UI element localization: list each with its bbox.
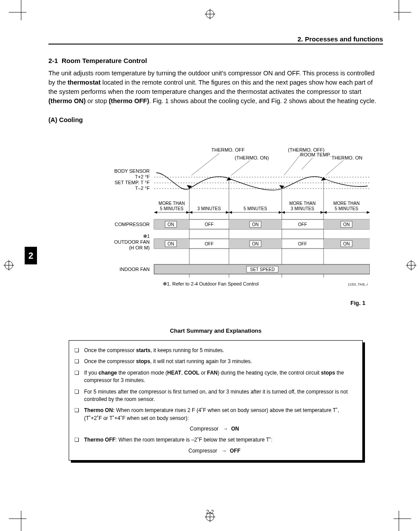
subsection-a-heading: (A) Cooling <box>48 116 383 123</box>
summary-text: For 5 minutes after the compressor is fi… <box>84 388 354 404</box>
bullet-icon: ❏ <box>74 347 84 354</box>
svg-line-23 <box>302 158 313 170</box>
svg-text:ON: ON <box>343 241 350 246</box>
svg-line-24 <box>326 160 343 175</box>
svg-line-20 <box>192 153 219 175</box>
svg-marker-39 <box>186 211 189 214</box>
svg-text:OFF: OFF <box>298 222 307 227</box>
svg-marker-40 <box>189 211 192 214</box>
svg-text:5 MINUTES: 5 MINUTES <box>335 206 358 211</box>
svg-text:5 MINUTES: 5 MINUTES <box>243 206 267 211</box>
bullet-icon: ❏ <box>74 358 84 365</box>
svg-text:MORE THAN: MORE THAN <box>158 201 185 206</box>
summary-item: ❏ Once the compressor stops, it will not… <box>74 358 354 365</box>
crop-mark-tr <box>394 0 411 26</box>
registration-mark-top <box>205 9 215 19</box>
svg-text:MORE THAN: MORE THAN <box>333 201 360 206</box>
summary-item: ❏ For 5 minutes after the compressor is … <box>74 388 354 404</box>
svg-marker-43 <box>279 211 282 214</box>
svg-text:OFF: OFF <box>205 241 214 246</box>
running-header: 2. Processes and functions <box>48 35 383 45</box>
compressor-off-line: Compressor → OFF <box>74 448 354 454</box>
crop-mark-bl <box>9 505 26 531</box>
svg-text:SET TEMP.  T °F: SET TEMP. T °F <box>114 180 150 185</box>
section-heading: 2-1 Room Temperature Control <box>48 57 383 64</box>
svg-marker-46 <box>324 211 327 214</box>
bullet-icon: ❏ <box>74 436 84 444</box>
svg-text:THERMO.  OFF: THERMO. OFF <box>211 147 245 152</box>
svg-text:3 MINUTES: 3 MINUTES <box>197 206 221 211</box>
summary-text: Thermo OFF: When the room temperature is… <box>84 436 354 444</box>
svg-text:✻1: ✻1 <box>143 234 150 239</box>
svg-text:ON: ON <box>168 222 174 227</box>
svg-text:5 MINUTES: 5 MINUTES <box>160 206 184 211</box>
svg-marker-41 <box>226 211 229 214</box>
summary-text: If you change the operation mode (HEAT, … <box>84 369 354 385</box>
summary-text: Thermo ON: When room temperature rises 2… <box>84 407 354 422</box>
svg-marker-47 <box>367 211 370 214</box>
summary-item: ❏ Thermo OFF: When the room temperature … <box>74 436 354 444</box>
summary-item: ❏ Thermo ON: When room temperature rises… <box>74 407 354 422</box>
figure-caption: Fig. 1 <box>79 300 370 306</box>
timing-diagram-svg: THERMO. OFF (THERMO. OFF) (THERMO. ON) R… <box>79 145 370 295</box>
svg-text:COMPRESSOR: COMPRESSOR <box>115 222 150 227</box>
bullet-icon: ❏ <box>74 407 84 422</box>
svg-text:SET SPEED: SET SPEED <box>250 267 275 272</box>
bullet-icon: ❏ <box>74 388 84 404</box>
summary-heading: Chart Summary and Explanations <box>48 327 383 334</box>
svg-text:1153_THS_I: 1153_THS_I <box>348 282 368 286</box>
summary-text: Once the compressor starts, it keeps run… <box>84 347 354 354</box>
crop-mark-br <box>394 505 411 531</box>
svg-text:OFF: OFF <box>205 222 214 227</box>
page-number: 2-2 <box>0 509 420 515</box>
bullet-icon: ❏ <box>74 369 84 385</box>
page-content: 2. Processes and functions 2-1 Room Temp… <box>48 35 383 460</box>
compressor-on-line: Compressor → ON <box>74 426 354 432</box>
registration-mark-right <box>406 260 416 271</box>
summary-text: Once the compressor stops, it will not s… <box>84 358 354 365</box>
svg-text:(H   OR   M): (H OR M) <box>129 245 150 250</box>
section-number: 2-1 <box>48 57 58 64</box>
svg-line-21 <box>231 160 250 175</box>
svg-text:ON: ON <box>343 222 350 227</box>
svg-text:ON: ON <box>168 241 174 246</box>
svg-marker-44 <box>282 211 285 214</box>
svg-text:OUTDOOR FAN: OUTDOOR FAN <box>114 239 150 245</box>
summary-item: ❏ If you change the operation mode (HEAT… <box>74 369 354 385</box>
svg-text:✻1.  Refer  to  2-4  Outdoor F: ✻1. Refer to 2-4 Outdoor Fan Speed Contr… <box>163 281 259 286</box>
registration-mark-left <box>4 260 14 271</box>
svg-marker-42 <box>229 211 232 214</box>
svg-text:ON: ON <box>252 222 259 227</box>
svg-marker-38 <box>154 211 157 214</box>
svg-text:THERMO.  ON: THERMO. ON <box>332 155 362 160</box>
svg-marker-45 <box>321 211 324 214</box>
svg-text:ROOM TEMP.: ROOM TEMP. <box>300 152 331 157</box>
figure-1: THERMO. OFF (THERMO. OFF) (THERMO. ON) R… <box>79 145 370 306</box>
section-title-text: Room Temperature Control <box>62 57 147 64</box>
summary-item: ❏ Once the compressor starts, it keeps r… <box>74 347 354 354</box>
svg-text:ON: ON <box>252 241 259 246</box>
svg-text:T–2 °F: T–2 °F <box>135 186 150 191</box>
svg-text:INDOOR FAN: INDOOR FAN <box>120 267 150 272</box>
svg-text:BODY SENSOR: BODY SENSOR <box>114 168 150 174</box>
svg-text:T+2 °F: T+2 °F <box>135 174 150 179</box>
summary-box: ❏ Once the compressor starts, it keeps r… <box>69 340 363 460</box>
svg-text:(THERMO.  ON): (THERMO. ON) <box>235 155 269 160</box>
crop-mark-tl <box>9 0 26 26</box>
svg-marker-16 <box>187 185 192 189</box>
svg-line-22 <box>284 153 302 175</box>
intro-paragraph: The unit adjusts room temperature by tur… <box>48 69 383 106</box>
chapter-tab: 2 <box>25 247 37 264</box>
svg-text:OFF: OFF <box>298 241 307 246</box>
svg-text:3 MINUTES: 3 MINUTES <box>291 206 314 211</box>
svg-text:MORE THAN: MORE THAN <box>289 201 316 206</box>
